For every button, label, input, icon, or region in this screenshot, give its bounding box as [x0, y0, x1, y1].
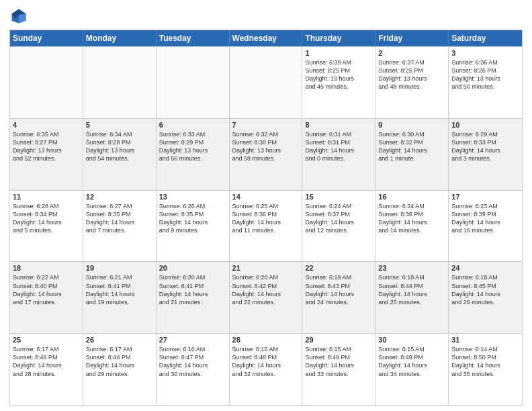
cal-day-31: 31Sunrise: 6:14 AM Sunset: 8:50 PM Dayli…	[449, 334, 522, 405]
cal-day-12: 12Sunrise: 6:27 AM Sunset: 8:35 PM Dayli…	[83, 191, 157, 262]
cal-header-sunday: Sunday	[10, 30, 83, 46]
cal-day-9: 9Sunrise: 6:30 AM Sunset: 8:32 PM Daylig…	[375, 119, 449, 190]
cal-day-6: 6Sunrise: 6:33 AM Sunset: 8:29 PM Daylig…	[157, 119, 230, 190]
day-number-23: 23	[378, 264, 445, 272]
day-info-10: Sunrise: 6:29 AM Sunset: 8:33 PM Dayligh…	[451, 130, 519, 163]
cal-day-1: 1Sunrise: 6:39 AM Sunset: 8:25 PM Daylig…	[302, 47, 375, 118]
cal-day-21: 21Sunrise: 6:20 AM Sunset: 8:42 PM Dayli…	[230, 262, 303, 333]
day-number-15: 15	[305, 193, 372, 201]
day-number-25: 25	[13, 336, 80, 344]
day-number-17: 17	[451, 193, 519, 201]
day-number-20: 20	[159, 264, 226, 272]
day-number-16: 16	[378, 193, 445, 201]
calendar-body: 1Sunrise: 6:39 AM Sunset: 8:25 PM Daylig…	[10, 46, 522, 405]
logo-icon	[9, 7, 28, 26]
cal-header-thursday: Thursday	[302, 30, 375, 46]
cal-header-tuesday: Tuesday	[157, 30, 230, 46]
cal-day-22: 22Sunrise: 6:19 AM Sunset: 8:43 PM Dayli…	[302, 262, 375, 333]
svg-marker-2	[19, 14, 26, 24]
day-number-6: 6	[159, 121, 226, 129]
cal-week-3: 11Sunrise: 6:28 AM Sunset: 8:34 PM Dayli…	[10, 190, 522, 262]
day-number-13: 13	[159, 193, 226, 201]
cal-day-17: 17Sunrise: 6:23 AM Sunset: 8:39 PM Dayli…	[449, 191, 522, 262]
cal-day-3: 3Sunrise: 6:36 AM Sunset: 8:26 PM Daylig…	[449, 47, 522, 118]
cal-day-2: 2Sunrise: 6:37 AM Sunset: 8:25 PM Daylig…	[375, 47, 449, 118]
cal-day-20: 20Sunrise: 6:20 AM Sunset: 8:41 PM Dayli…	[157, 262, 230, 333]
cal-header-saturday: Saturday	[449, 30, 522, 46]
day-info-25: Sunrise: 6:17 AM Sunset: 8:46 PM Dayligh…	[13, 345, 80, 378]
cal-day-23: 23Sunrise: 6:18 AM Sunset: 8:44 PM Dayli…	[375, 262, 449, 333]
day-number-18: 18	[13, 264, 80, 272]
cal-day-18: 18Sunrise: 6:22 AM Sunset: 8:40 PM Dayli…	[10, 262, 83, 333]
day-number-9: 9	[378, 121, 445, 129]
cal-day-10: 10Sunrise: 6:29 AM Sunset: 8:33 PM Dayli…	[449, 119, 522, 190]
cal-day-30: 30Sunrise: 6:15 AM Sunset: 8:49 PM Dayli…	[375, 334, 449, 405]
cal-empty-cell	[10, 47, 83, 118]
day-info-18: Sunrise: 6:22 AM Sunset: 8:40 PM Dayligh…	[13, 273, 80, 306]
day-info-22: Sunrise: 6:19 AM Sunset: 8:43 PM Dayligh…	[305, 273, 372, 306]
day-info-8: Sunrise: 6:31 AM Sunset: 8:31 PM Dayligh…	[305, 130, 372, 163]
cal-day-24: 24Sunrise: 6:18 AM Sunset: 8:45 PM Dayli…	[449, 262, 522, 333]
cal-week-1: 1Sunrise: 6:39 AM Sunset: 8:25 PM Daylig…	[10, 46, 522, 118]
day-info-26: Sunrise: 6:17 AM Sunset: 8:46 PM Dayligh…	[86, 345, 153, 378]
day-info-13: Sunrise: 6:26 AM Sunset: 8:35 PM Dayligh…	[159, 202, 226, 235]
day-number-8: 8	[305, 121, 372, 129]
cal-day-14: 14Sunrise: 6:25 AM Sunset: 8:36 PM Dayli…	[230, 191, 303, 262]
day-info-28: Sunrise: 6:16 AM Sunset: 8:48 PM Dayligh…	[232, 345, 300, 378]
day-info-2: Sunrise: 6:37 AM Sunset: 8:25 PM Dayligh…	[378, 58, 445, 91]
day-number-11: 11	[13, 193, 80, 201]
day-info-1: Sunrise: 6:39 AM Sunset: 8:25 PM Dayligh…	[305, 58, 372, 91]
day-info-21: Sunrise: 6:20 AM Sunset: 8:42 PM Dayligh…	[232, 273, 300, 306]
day-number-4: 4	[13, 121, 80, 129]
day-number-19: 19	[86, 264, 153, 272]
day-info-9: Sunrise: 6:30 AM Sunset: 8:32 PM Dayligh…	[378, 130, 445, 163]
calendar: SundayMondayTuesdayWednesdayThursdayFrid…	[9, 30, 523, 406]
day-info-15: Sunrise: 6:24 AM Sunset: 8:37 PM Dayligh…	[305, 202, 372, 235]
logo	[9, 7, 31, 26]
day-info-31: Sunrise: 6:14 AM Sunset: 8:50 PM Dayligh…	[451, 345, 519, 378]
day-info-30: Sunrise: 6:15 AM Sunset: 8:49 PM Dayligh…	[378, 345, 445, 378]
day-number-12: 12	[86, 193, 153, 201]
cal-header-wednesday: Wednesday	[230, 30, 303, 46]
cal-day-8: 8Sunrise: 6:31 AM Sunset: 8:31 PM Daylig…	[302, 119, 375, 190]
day-info-3: Sunrise: 6:36 AM Sunset: 8:26 PM Dayligh…	[451, 58, 519, 91]
day-number-27: 27	[159, 336, 226, 344]
day-number-22: 22	[305, 264, 372, 272]
day-number-3: 3	[451, 49, 519, 57]
day-info-12: Sunrise: 6:27 AM Sunset: 8:35 PM Dayligh…	[86, 202, 153, 235]
day-number-26: 26	[86, 336, 153, 344]
day-number-31: 31	[451, 336, 519, 344]
cal-day-26: 26Sunrise: 6:17 AM Sunset: 8:46 PM Dayli…	[83, 334, 157, 405]
day-number-29: 29	[305, 336, 372, 344]
cal-header-friday: Friday	[375, 30, 449, 46]
cal-day-16: 16Sunrise: 6:24 AM Sunset: 8:38 PM Dayli…	[375, 191, 449, 262]
day-info-14: Sunrise: 6:25 AM Sunset: 8:36 PM Dayligh…	[232, 202, 300, 235]
day-info-11: Sunrise: 6:28 AM Sunset: 8:34 PM Dayligh…	[13, 202, 80, 235]
day-info-20: Sunrise: 6:20 AM Sunset: 8:41 PM Dayligh…	[159, 273, 226, 306]
day-number-5: 5	[86, 121, 153, 129]
day-number-21: 21	[232, 264, 300, 272]
day-info-24: Sunrise: 6:18 AM Sunset: 8:45 PM Dayligh…	[451, 273, 519, 306]
day-number-10: 10	[451, 121, 519, 129]
day-info-4: Sunrise: 6:35 AM Sunset: 8:27 PM Dayligh…	[13, 130, 80, 163]
cal-day-19: 19Sunrise: 6:21 AM Sunset: 8:41 PM Dayli…	[83, 262, 157, 333]
cal-day-4: 4Sunrise: 6:35 AM Sunset: 8:27 PM Daylig…	[10, 119, 83, 190]
cal-empty-cell	[83, 47, 157, 118]
day-info-7: Sunrise: 6:32 AM Sunset: 8:30 PM Dayligh…	[232, 130, 300, 163]
day-number-2: 2	[378, 49, 445, 57]
cal-header-monday: Monday	[83, 30, 157, 46]
cal-day-11: 11Sunrise: 6:28 AM Sunset: 8:34 PM Dayli…	[10, 191, 83, 262]
day-info-29: Sunrise: 6:15 AM Sunset: 8:49 PM Dayligh…	[305, 345, 372, 378]
cal-week-4: 18Sunrise: 6:22 AM Sunset: 8:40 PM Dayli…	[10, 261, 522, 333]
day-info-6: Sunrise: 6:33 AM Sunset: 8:29 PM Dayligh…	[159, 130, 226, 163]
cal-day-29: 29Sunrise: 6:15 AM Sunset: 8:49 PM Dayli…	[302, 334, 375, 405]
day-info-16: Sunrise: 6:24 AM Sunset: 8:38 PM Dayligh…	[378, 202, 445, 235]
day-info-17: Sunrise: 6:23 AM Sunset: 8:39 PM Dayligh…	[451, 202, 519, 235]
cal-day-5: 5Sunrise: 6:34 AM Sunset: 8:28 PM Daylig…	[83, 119, 157, 190]
cal-day-28: 28Sunrise: 6:16 AM Sunset: 8:48 PM Dayli…	[230, 334, 303, 405]
cal-empty-cell	[157, 47, 230, 118]
cal-day-27: 27Sunrise: 6:16 AM Sunset: 8:47 PM Dayli…	[157, 334, 230, 405]
page: SundayMondayTuesdayWednesdayThursdayFrid…	[0, 0, 532, 411]
day-info-19: Sunrise: 6:21 AM Sunset: 8:41 PM Dayligh…	[86, 273, 153, 306]
cal-day-15: 15Sunrise: 6:24 AM Sunset: 8:37 PM Dayli…	[302, 191, 375, 262]
